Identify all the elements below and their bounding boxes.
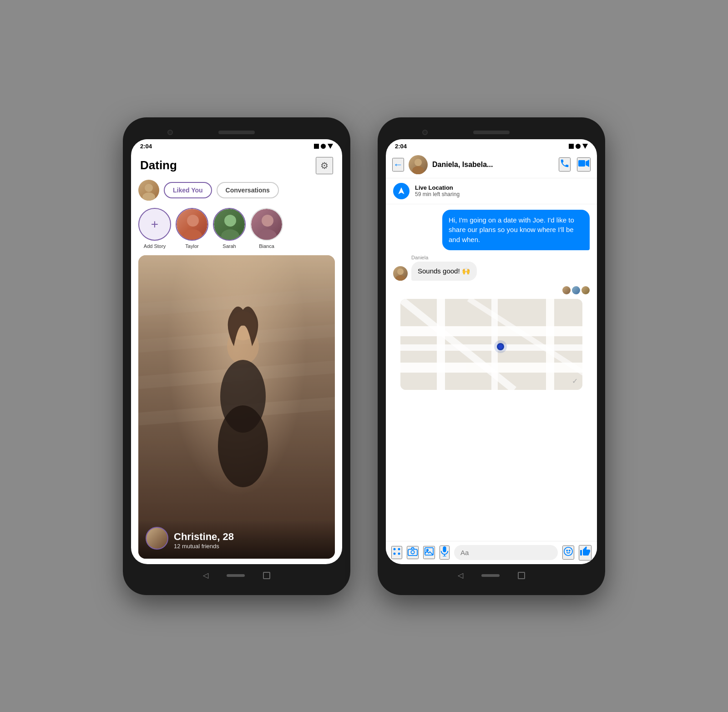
location-text: Live Location 59 min left sharing	[415, 184, 460, 197]
story-taylor[interactable]: Taylor	[176, 208, 208, 249]
phone-top-bar	[131, 126, 342, 139]
svg-point-38	[398, 553, 400, 555]
right-speaker	[473, 131, 510, 134]
right-phone: 2:04 ← Daniela, Isabela...	[378, 117, 605, 595]
emoji-button[interactable]	[562, 545, 574, 560]
liked-you-tab[interactable]: Liked You	[164, 182, 212, 198]
profile-text: Christine, 28 12 mutual friends	[174, 531, 234, 550]
home-button[interactable]	[227, 574, 245, 577]
back-button[interactable]: ◁	[203, 571, 208, 580]
sarah-photo	[214, 209, 245, 240]
right-status-bar: 2:04	[386, 139, 597, 151]
apps-button[interactable]	[391, 546, 402, 559]
right-wifi-icon	[582, 144, 588, 149]
messenger-header: ← Daniela, Isabela...	[386, 151, 597, 178]
add-story-label: Add Story	[144, 243, 166, 249]
add-story-avatar: +	[138, 208, 171, 241]
outgoing-message: Hi, I'm going on a date with Joe. I'd li…	[442, 210, 590, 250]
signal-icon	[321, 144, 326, 149]
right-phone-top-bar	[386, 126, 597, 139]
seen-avatar-1	[562, 286, 571, 294]
right-status-time: 2:04	[395, 143, 407, 150]
message-text-input[interactable]	[454, 545, 558, 560]
svg-point-5	[221, 229, 239, 241]
recents-button[interactable]	[263, 572, 270, 579]
sender-name: Daniela	[411, 255, 590, 260]
svg-point-15	[218, 405, 268, 487]
microphone-button[interactable]	[440, 545, 450, 560]
taylor-avatar	[176, 208, 208, 241]
profile-photo	[138, 255, 335, 559]
daniela-avatar	[393, 266, 408, 281]
right-status-icons	[569, 144, 588, 149]
call-button[interactable]	[559, 157, 571, 172]
svg-point-46	[564, 547, 572, 555]
phone-bottom-bar: ◁	[131, 564, 342, 587]
bianca-avatar	[250, 208, 283, 241]
bianca-photo	[251, 209, 282, 240]
svg-point-6	[262, 215, 273, 227]
sarah-label: Sarah	[222, 243, 236, 249]
image-button[interactable]	[423, 546, 435, 559]
messages-area: Hi, I'm going on a date with Joe. I'd li…	[386, 204, 597, 541]
like-button[interactable]	[579, 545, 592, 561]
back-arrow-button[interactable]: ←	[392, 158, 404, 172]
incoming-bubble: Sounds good! 🙌	[411, 262, 477, 281]
story-sarah[interactable]: Sarah	[213, 208, 246, 249]
svg-point-18	[412, 166, 424, 174]
battery-icon	[314, 144, 319, 149]
dating-header: Dating ⚙	[131, 151, 342, 178]
status-icons	[314, 144, 333, 149]
svg-marker-20	[586, 160, 589, 167]
conversations-tab[interactable]: Conversations	[217, 182, 279, 198]
profile-info-overlay: Christine, 28 12 mutual friends	[138, 520, 335, 559]
sarah-avatar	[213, 208, 246, 241]
svg-point-3	[184, 229, 202, 241]
right-phone-bottom-bar: ◁	[386, 564, 597, 587]
svg-point-17	[415, 159, 422, 166]
add-story-item[interactable]: + Add Story	[138, 208, 171, 249]
settings-button[interactable]: ⚙	[316, 157, 333, 174]
incoming-message-section: Daniela Sounds good! 🙌	[393, 255, 590, 281]
svg-point-37	[394, 553, 396, 555]
messenger-screen: 2:04 ← Daniela, Isabela...	[386, 139, 597, 564]
svg-rect-43	[443, 546, 446, 552]
svg-rect-27	[437, 299, 445, 390]
svg-point-21	[397, 268, 404, 275]
map-container[interactable]: ✓	[400, 299, 582, 390]
svg-point-35	[394, 548, 396, 550]
svg-point-22	[395, 275, 405, 281]
svg-point-47	[566, 550, 567, 551]
dating-tabs-row: Liked You Conversations	[131, 178, 342, 206]
message-input-bar	[386, 541, 597, 564]
live-location-bar[interactable]: Live Location 59 min left sharing	[386, 178, 597, 204]
svg-rect-19	[578, 160, 585, 167]
plus-icon: +	[151, 218, 158, 231]
seen-avatar-3	[581, 286, 590, 294]
location-title: Live Location	[415, 184, 460, 191]
stories-row: + Add Story Taylor	[131, 206, 342, 255]
video-call-button[interactable]	[577, 157, 591, 172]
svg-point-48	[569, 550, 570, 551]
map-check-icon: ✓	[572, 377, 578, 385]
svg-point-4	[224, 215, 236, 227]
svg-point-1	[142, 192, 155, 201]
chat-avatar	[409, 155, 428, 174]
user-avatar-small	[138, 180, 159, 201]
left-phone: 2:04 Dating ⚙ Liked You Conversations	[123, 117, 350, 595]
profile-card[interactable]: Christine, 28 12 mutual friends	[138, 255, 335, 559]
right-front-camera	[422, 130, 428, 135]
right-battery-icon	[569, 144, 574, 149]
camera-input-button[interactable]	[407, 546, 419, 559]
story-bianca[interactable]: Bianca	[250, 208, 283, 249]
svg-point-7	[258, 229, 277, 241]
location-subtitle: 59 min left sharing	[415, 191, 460, 197]
seen-avatars	[393, 286, 590, 294]
front-camera	[167, 130, 173, 135]
right-home-button[interactable]	[481, 574, 500, 577]
bianca-label: Bianca	[259, 243, 274, 249]
svg-point-0	[145, 184, 153, 192]
right-recents-button[interactable]	[518, 572, 525, 579]
header-actions	[559, 157, 591, 172]
right-back-button[interactable]: ◁	[458, 571, 463, 580]
